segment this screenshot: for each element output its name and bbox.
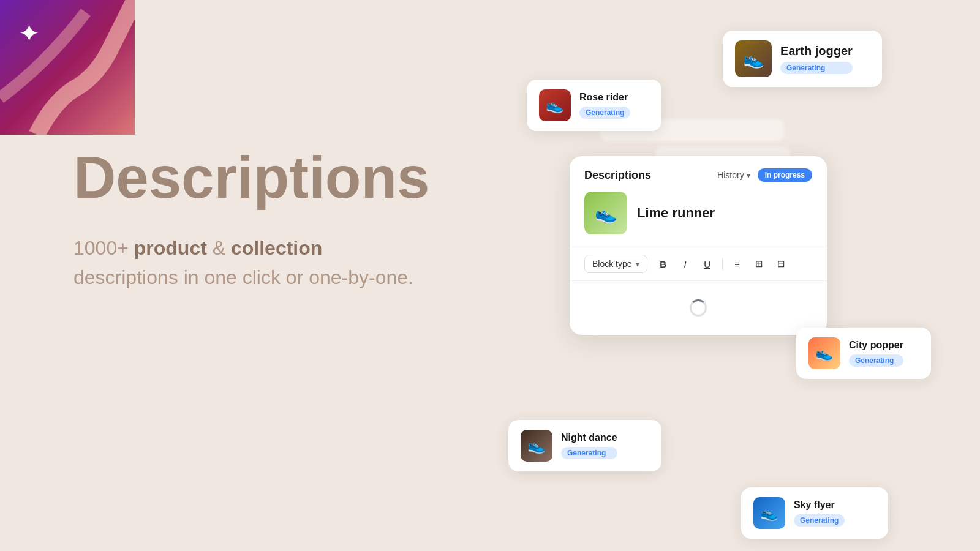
panel-toolbar: Block type B I U ≡ ⊞ ⊟: [570, 247, 827, 281]
city-popper-image: 👟: [809, 337, 840, 369]
panel-body: [570, 281, 827, 335]
sky-flyer-name: Sky flyer: [794, 500, 845, 511]
cards-area: 👟 Rose rider Generating 👟 Earth jogger G…: [429, 0, 980, 551]
rose-rider-status: Generating: [579, 107, 630, 119]
sky-flyer-info: Sky flyer Generating: [794, 500, 845, 527]
city-popper-info: City popper Generating: [849, 340, 903, 367]
panel-header: Descriptions History In progress: [570, 156, 827, 192]
bold-button[interactable]: B: [655, 255, 672, 272]
night-dance-info: Night dance Generating: [561, 432, 617, 459]
rose-rider-image: 👟: [539, 89, 571, 121]
descriptions-panel: Descriptions History In progress 👟 Lime …: [570, 156, 827, 335]
city-popper-name: City popper: [849, 340, 903, 351]
panel-product: 👟 Lime runner: [570, 192, 827, 247]
hero-section: Descriptions 1000+ product & collectiond…: [74, 147, 429, 292]
card-city-popper[interactable]: 👟 City popper Generating: [796, 328, 931, 379]
card-night-dance[interactable]: 👟 Night dance Generating: [508, 420, 662, 471]
table-button[interactable]: ⊟: [773, 255, 790, 272]
lime-runner-image: 👟: [584, 192, 627, 234]
night-dance-status: Generating: [561, 447, 617, 459]
earth-jogger-info: Earth jogger Generating: [780, 44, 853, 74]
earth-jogger-status: Generating: [780, 62, 853, 74]
earth-jogger-image: 👟: [735, 40, 772, 77]
block-type-select[interactable]: Block type: [584, 255, 647, 273]
page-title: Descriptions: [74, 147, 429, 209]
toolbar-divider-1: [722, 258, 723, 270]
underline-button[interactable]: U: [699, 255, 716, 272]
card-sky-flyer[interactable]: 👟 Sky flyer Generating: [741, 487, 888, 539]
bullet-list-button[interactable]: ≡: [729, 255, 746, 272]
city-popper-status: Generating: [849, 354, 903, 367]
card-rose-rider[interactable]: 👟 Rose rider Generating: [527, 80, 662, 131]
panel-header-right: History In progress: [717, 168, 812, 182]
earth-jogger-name: Earth jogger: [780, 44, 853, 58]
rose-rider-name: Rose rider: [579, 92, 630, 103]
history-label: History: [717, 170, 744, 180]
loading-spinner: [690, 299, 707, 317]
app-logo: ✦: [18, 18, 40, 48]
block-type-chevron-icon: [636, 259, 639, 269]
in-progress-badge: In progress: [758, 168, 812, 182]
block-type-label: Block type: [592, 259, 632, 269]
numbered-list-button[interactable]: ⊞: [751, 255, 768, 272]
rose-rider-info: Rose rider Generating: [579, 92, 630, 119]
sky-flyer-status: Generating: [794, 514, 845, 527]
history-button[interactable]: History: [717, 170, 750, 180]
italic-button[interactable]: I: [677, 255, 694, 272]
night-dance-name: Night dance: [561, 432, 617, 443]
hero-description: 1000+ product & collectiondescriptions i…: [74, 233, 429, 292]
panel-product-name: Lime runner: [637, 205, 715, 221]
panel-title: Descriptions: [584, 169, 651, 182]
card-earth-jogger[interactable]: 👟 Earth jogger Generating: [723, 31, 882, 87]
sky-flyer-image: 👟: [753, 497, 785, 529]
chevron-down-icon: [747, 170, 750, 180]
night-dance-image: 👟: [521, 430, 552, 462]
